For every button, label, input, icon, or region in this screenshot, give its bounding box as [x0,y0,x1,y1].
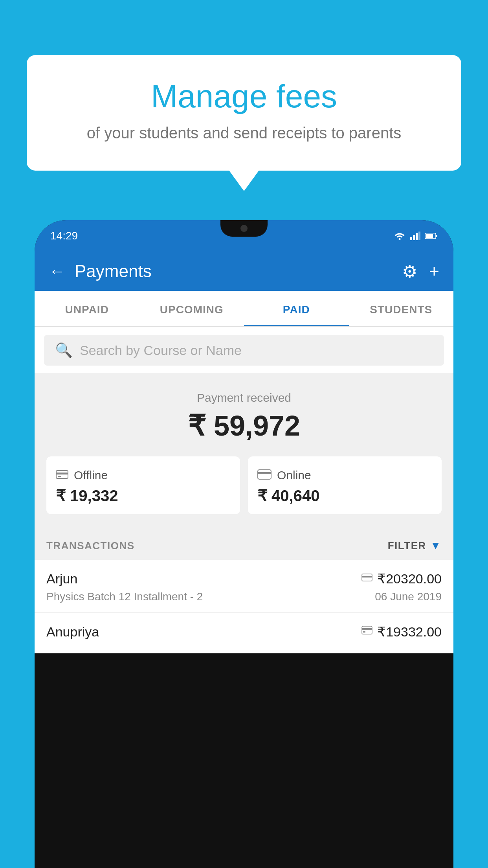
payment-total: ₹ 59,972 [46,409,442,442]
payment-received-label: Payment received [46,391,442,405]
transaction-name: Anupriya [46,624,99,640]
search-bar[interactable]: 🔍 Search by Course or Name [44,335,444,366]
payment-type-icon [361,572,372,585]
svg-rect-14 [362,576,372,577]
tabs-bar: UNPAID UPCOMING PAID STUDENTS [35,291,453,327]
svg-rect-17 [363,631,365,633]
svg-rect-4 [418,232,420,240]
svg-rect-12 [258,472,271,474]
tab-paid[interactable]: PAID [244,291,349,326]
tab-students[interactable]: STUDENTS [349,291,454,326]
svg-rect-1 [410,237,412,240]
offline-card-top: Offline [56,467,231,483]
online-card-top: Online [257,467,432,483]
phone-frame: 14:29 [35,220,453,868]
add-button[interactable]: + [429,261,439,281]
back-button[interactable]: ← [49,263,65,280]
table-row[interactable]: Arjun ₹20320.00 Physics Batch 12 Install… [35,560,453,613]
transaction-name: Arjun [46,571,77,587]
svg-rect-6 [436,235,437,237]
signal-icon [410,232,420,240]
svg-rect-3 [416,233,418,240]
search-icon: 🔍 [55,342,73,359]
transaction-amount-wrap: ₹19332.00 [361,624,442,640]
transaction-bottom: Physics Batch 12 Installment - 2 06 June… [46,590,442,603]
filter-button[interactable]: FILTER ▼ [388,539,442,552]
speech-bubble-container: Manage fees of your students and send re… [27,55,461,171]
screen-title: Payments [75,261,393,281]
transaction-course: Physics Batch 12 Installment - 2 [46,590,203,603]
filter-label: FILTER [388,540,426,552]
search-bar-container: 🔍 Search by Course or Name [35,327,453,374]
search-placeholder: Search by Course or Name [80,343,242,358]
transaction-date: 06 June 2019 [375,590,442,603]
wifi-icon [394,232,405,240]
speech-bubble: Manage fees of your students and send re… [27,55,461,171]
transaction-amount-wrap: ₹20320.00 [361,571,442,587]
svg-rect-11 [258,470,271,479]
battery-icon [425,232,438,239]
tab-unpaid[interactable]: UNPAID [35,291,139,326]
payment-summary: Payment received ₹ 59,972 [35,374,453,528]
svg-rect-16 [362,628,372,630]
status-bar: 14:29 [35,220,453,252]
transactions-header: TRANSACTIONS FILTER ▼ [35,528,453,560]
payment-cards: Offline ₹ 19,332 [46,456,442,514]
svg-rect-10 [58,476,61,477]
svg-rect-2 [413,235,415,240]
settings-button[interactable]: ⚙ [402,261,417,281]
phone-inner: 14:29 [35,220,453,868]
svg-rect-7 [426,234,433,238]
status-icons [394,232,438,240]
online-payment-card: Online ₹ 40,640 [248,456,442,514]
camera-dot [240,225,248,232]
transaction-amount: ₹19332.00 [377,624,442,640]
online-label: Online [277,469,311,482]
table-row[interactable]: Anupriya ₹19332.00 [35,613,453,653]
transaction-amount: ₹20320.00 [377,571,442,587]
status-time: 14:29 [50,230,78,242]
transaction-top: Arjun ₹20320.00 [46,571,442,587]
bubble-subtitle: of your students and send receipts to pa… [58,123,430,143]
svg-rect-9 [56,473,68,474]
offline-label: Offline [74,469,108,482]
phone-notch [220,220,268,237]
tab-upcoming[interactable]: UPCOMING [139,291,244,326]
svg-point-0 [399,238,401,240]
screen-content: 🔍 Search by Course or Name Payment recei… [35,327,453,653]
offline-amount: ₹ 19,332 [56,487,231,505]
offline-payment-card: Offline ₹ 19,332 [46,456,240,514]
online-icon [257,467,272,483]
transaction-top: Anupriya ₹19332.00 [46,624,442,640]
payment-type-icon [361,625,372,638]
filter-icon: ▼ [430,539,442,552]
header-actions: ⚙ + [402,261,439,281]
online-amount: ₹ 40,640 [257,487,432,505]
offline-icon [56,467,68,483]
transactions-label: TRANSACTIONS [46,540,135,552]
bubble-title: Manage fees [58,79,430,114]
app-header: ← Payments ⚙ + [35,252,453,291]
